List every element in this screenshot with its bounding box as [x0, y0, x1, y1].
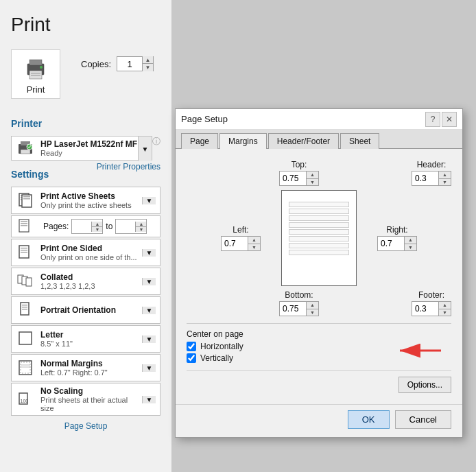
footer-input-box[interactable]: ▲ ▼	[412, 301, 451, 316]
top-down[interactable]: ▼	[307, 179, 318, 186]
header-input-box[interactable]: ▲ ▼	[412, 171, 451, 186]
setting-name-no-scaling: No Scaling	[40, 386, 142, 396]
copies-down-button[interactable]: ▼	[142, 64, 153, 71]
pages-label: Pages:	[43, 222, 69, 231]
active-sheets-dropdown-arrow[interactable]: ▼	[142, 197, 156, 204]
setting-desc-letter: 8.5" x 11"	[40, 340, 142, 348]
letter-dropdown-arrow[interactable]: ▼	[142, 335, 156, 343]
preview-line	[289, 209, 349, 214]
bottom-input-box[interactable]: ▲ ▼	[279, 301, 319, 316]
header-up[interactable]: ▲	[439, 172, 451, 179]
tab-sheet[interactable]: Sheet	[340, 133, 379, 149]
printer-dropdown[interactable]: HP LaserJet M1522nf MFP U... Ready ▼	[11, 136, 152, 161]
tab-margins[interactable]: Margins	[219, 133, 267, 149]
tab-header-footer[interactable]: Header/Footer	[268, 133, 339, 149]
portrait-icon	[16, 300, 35, 320]
footer-down[interactable]: ▼	[439, 309, 451, 316]
scaling-icon: 100	[16, 390, 35, 409]
bottom-down[interactable]: ▼	[307, 309, 318, 316]
printer-properties-link[interactable]: Printer Properties	[97, 162, 160, 172]
copies-spinner[interactable]: ▲ ▼	[117, 56, 154, 71]
setting-name-portrait: Portrait Orientation	[40, 305, 142, 315]
options-button[interactable]: Options...	[398, 377, 451, 393]
settings-section: Settings Print Active Sheets Only print …	[11, 169, 160, 416]
vertically-label[interactable]: Vertically	[200, 353, 233, 363]
pages-from-up[interactable]: ▲	[92, 222, 102, 227]
header-input[interactable]	[412, 172, 438, 185]
pages-from-down[interactable]: ▼	[92, 227, 102, 232]
setting-desc-active-sheets: Only print the active sheets	[40, 201, 142, 209]
vertically-checkbox[interactable]	[187, 353, 196, 363]
left-down[interactable]: ▼	[248, 244, 260, 251]
setting-desc-one-sided: Only print on one side of th...	[40, 253, 142, 261]
horizontally-label[interactable]: Horizontally	[200, 342, 243, 351]
pages-to-down[interactable]: ▼	[136, 227, 146, 232]
no-scaling-dropdown-arrow[interactable]: ▼	[142, 396, 156, 403]
left-spinbtns: ▲ ▼	[248, 237, 260, 250]
pages-row: Pages: ▲ ▼ to ▲ ▼	[11, 215, 160, 237]
svg-rect-24	[21, 250, 27, 251]
pages-from-spinner[interactable]: ▲ ▼	[71, 219, 103, 234]
margins-layout: Top: ▲ ▼ Header: ▲	[187, 160, 451, 365]
pages-from-input[interactable]	[72, 220, 91, 233]
bottom-input[interactable]	[280, 302, 306, 316]
tab-page[interactable]: Page	[181, 133, 218, 149]
dialog-help-button[interactable]: ?	[425, 112, 440, 127]
left-up[interactable]: ▲	[248, 237, 260, 244]
sheets-icon	[16, 191, 35, 210]
bottom-spinbtns: ▲ ▼	[306, 302, 318, 316]
copies-input[interactable]	[117, 57, 142, 71]
copies-up-button[interactable]: ▲	[142, 56, 153, 64]
svg-rect-28	[26, 278, 32, 286]
header-down[interactable]: ▼	[439, 179, 451, 186]
margins-dropdown-arrow[interactable]: ▼	[142, 364, 156, 372]
printer-icon	[22, 54, 49, 82]
footer-up[interactable]: ▲	[439, 302, 451, 309]
one-sided-dropdown-arrow[interactable]: ▼	[142, 249, 156, 257]
page-preview	[281, 190, 357, 286]
ok-button[interactable]: OK	[348, 410, 390, 429]
cancel-button[interactable]: Cancel	[395, 410, 451, 429]
left-input[interactable]	[222, 237, 248, 250]
arrow-indicator	[390, 338, 444, 365]
right-input-box[interactable]: ▲ ▼	[377, 236, 417, 251]
bottom-up[interactable]: ▲	[307, 302, 318, 309]
setting-row-no-scaling[interactable]: 100 No Scaling Print sheets at their act…	[11, 383, 160, 416]
setting-row-letter[interactable]: Letter 8.5" x 11" ▼	[11, 325, 160, 353]
header-margin-field: Header: ▲ ▼	[412, 160, 451, 186]
footer-label: Footer:	[418, 290, 444, 300]
bottom-margin-field: Bottom: ▲ ▼	[279, 290, 319, 316]
setting-row-one-sided[interactable]: Print One Sided Only print on one side o…	[11, 239, 160, 266]
pages-to-input[interactable]	[116, 220, 135, 233]
right-input[interactable]	[378, 237, 404, 250]
horizontally-checkbox[interactable]	[187, 342, 196, 351]
collated-dropdown-arrow[interactable]: ▼	[142, 278, 156, 285]
copies-label: Copies:	[81, 59, 111, 69]
setting-row-collated[interactable]: Collated 1,2,3 1,2,3 1,2,3 ▼	[11, 268, 160, 295]
print-button[interactable]: Print	[11, 49, 60, 99]
right-down[interactable]: ▼	[405, 244, 416, 251]
preview-lines	[289, 202, 349, 279]
svg-rect-3	[31, 73, 40, 74]
pages-to-up[interactable]: ▲	[136, 222, 146, 227]
setting-row-margins[interactable]: Normal Margins Left: 0.7" Right: 0.7" ▼	[11, 354, 160, 381]
dialog-close-button[interactable]: ✕	[442, 112, 457, 127]
info-icon[interactable]: ⓘ	[152, 136, 160, 148]
top-up[interactable]: ▲	[307, 172, 318, 179]
top-input-box[interactable]: ▲ ▼	[279, 171, 319, 186]
setting-desc-collated: 1,2,3 1,2,3 1,2,3	[40, 282, 142, 290]
footer-margin-field: Footer: ▲ ▼	[412, 290, 451, 316]
pages-to-spinner[interactable]: ▲ ▼	[115, 219, 147, 234]
portrait-dropdown-arrow[interactable]: ▼	[142, 307, 156, 314]
page-setup-link[interactable]: Page Setup	[11, 421, 160, 431]
svg-rect-21	[21, 225, 27, 226]
dialog-body: Top: ▲ ▼ Header: ▲	[176, 149, 462, 404]
footer-input[interactable]	[412, 302, 438, 316]
svg-rect-1	[29, 60, 42, 65]
left-input-box[interactable]: ▲ ▼	[221, 236, 261, 251]
setting-row-portrait[interactable]: Portrait Orientation ▼	[11, 296, 160, 324]
right-margin-field: Right: ▲ ▼	[377, 225, 417, 251]
right-up[interactable]: ▲	[405, 237, 416, 244]
setting-row-print-active-sheets[interactable]: Print Active Sheets Only print the activ…	[11, 187, 160, 214]
top-input[interactable]	[280, 172, 306, 185]
